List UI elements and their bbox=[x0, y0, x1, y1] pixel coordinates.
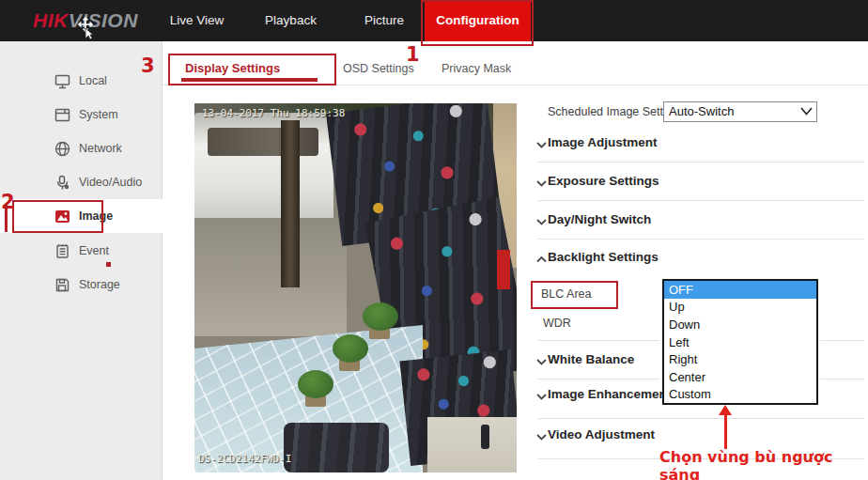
section-label: Day/Night Switch bbox=[548, 212, 651, 226]
osd-timestamp: 13-04-2017 Thu 18:59:38 bbox=[202, 107, 345, 119]
chevron-down-icon bbox=[536, 142, 547, 148]
walkway-shape bbox=[427, 417, 517, 472]
annotation-step-3: 3 bbox=[141, 54, 155, 77]
hikvision-config-page: HIKVISION Live View Playback Picture Con… bbox=[0, 0, 868, 480]
van-window-shape bbox=[208, 128, 318, 156]
microphone-icon bbox=[54, 175, 70, 191]
section-video-adjustment[interactable]: Video Adjustment bbox=[536, 427, 846, 446]
sidebar-item-label: Storage bbox=[79, 268, 120, 302]
nav-picture[interactable]: Picture bbox=[355, 0, 413, 41]
dropdown-option-down[interactable]: Down bbox=[664, 316, 816, 333]
blc-area-dropdown-list: OFF Up Down Left Right Center Custom bbox=[662, 279, 818, 405]
sidebar-item-system[interactable]: System bbox=[0, 98, 163, 132]
sidebar-item-label: Video/Audio bbox=[79, 165, 142, 199]
system-window-icon bbox=[54, 107, 70, 123]
section-label: Video Adjustment bbox=[548, 427, 655, 441]
tab-privacy-mask[interactable]: Privacy Mask bbox=[442, 55, 511, 82]
sidebar-item-storage[interactable]: Storage bbox=[0, 268, 163, 302]
chevron-down-icon bbox=[800, 107, 813, 116]
divider bbox=[537, 340, 659, 341]
section-label: Image Enhancement bbox=[548, 387, 671, 401]
wdr-label: WDR bbox=[543, 317, 571, 330]
event-icon bbox=[54, 243, 70, 259]
section-exposure-settings[interactable]: Exposure Settings bbox=[536, 174, 846, 193]
chevron-down-icon bbox=[536, 180, 547, 187]
section-label: Exposure Settings bbox=[548, 174, 659, 188]
chevron-up-icon bbox=[536, 256, 547, 263]
pavement-shape bbox=[194, 218, 347, 336]
divider bbox=[537, 418, 864, 419]
logo-hik: HIK bbox=[33, 9, 69, 31]
sidebar-item-video-audio[interactable]: Video/Audio bbox=[0, 165, 163, 199]
sidebar-item-label: Image bbox=[79, 199, 113, 233]
dropdown-option-center[interactable]: Center bbox=[664, 368, 816, 386]
osd-camera-id: DS-2CD2142FWD-I bbox=[198, 453, 291, 465]
scheduled-select-value: Auto-Switch bbox=[669, 104, 734, 118]
sidebar-item-network[interactable]: Network bbox=[0, 132, 163, 165]
dropdown-option-left[interactable]: Left bbox=[664, 333, 816, 351]
storage-icon bbox=[54, 277, 70, 293]
top-navbar: HIKVISION Live View Playback Picture Con… bbox=[0, 0, 868, 41]
pedestrian-shape bbox=[481, 425, 489, 449]
nav-playback[interactable]: Playback bbox=[256, 0, 326, 41]
tab-active-underline bbox=[181, 78, 318, 82]
section-day-night-switch[interactable]: Day/Night Switch bbox=[536, 212, 846, 231]
tabbar-divider bbox=[163, 85, 868, 85]
section-label: Image Adjustment bbox=[548, 135, 658, 149]
dropdown-option-right[interactable]: Right bbox=[664, 350, 816, 368]
annotation-note: Chọn vùng bù ngược sáng bbox=[659, 448, 838, 480]
sidebar-item-label: Local bbox=[79, 64, 107, 98]
sidebar-item-local[interactable]: Local bbox=[0, 64, 163, 98]
section-backlight-settings[interactable]: Backlight Settings bbox=[536, 250, 846, 269]
section-image-adjustment[interactable]: Image Adjustment bbox=[536, 135, 846, 154]
annotation-step-2: 2 bbox=[1, 191, 15, 213]
globe-icon bbox=[54, 141, 70, 157]
nav-configuration[interactable]: Configuration bbox=[425, 0, 531, 41]
dropdown-option-up[interactable]: Up bbox=[664, 299, 816, 317]
chevron-down-icon bbox=[536, 219, 547, 225]
image-icon bbox=[54, 209, 70, 225]
sidebar-item-label: System bbox=[79, 98, 118, 132]
chevron-down-icon bbox=[536, 394, 547, 400]
annotation-dot bbox=[106, 262, 111, 267]
divider bbox=[537, 200, 864, 201]
section-label: White Balance bbox=[548, 352, 634, 366]
nav-live-view[interactable]: Live View bbox=[162, 0, 232, 41]
blc-area-label: BLC Area bbox=[541, 281, 592, 309]
mouse-move-cursor-icon bbox=[77, 17, 94, 39]
sidebar: Local System Network Video/Audio bbox=[0, 41, 163, 480]
chevron-down-icon bbox=[536, 359, 547, 365]
sidebar-item-label: Event bbox=[79, 234, 109, 268]
tab-osd-settings[interactable]: OSD Settings bbox=[343, 55, 414, 82]
sidebar-item-image[interactable]: Image bbox=[0, 199, 163, 233]
dropdown-option-custom[interactable]: Custom bbox=[664, 385, 816, 403]
plant-bush bbox=[333, 334, 368, 363]
divider bbox=[537, 239, 864, 240]
divider bbox=[537, 379, 659, 379]
section-label: Backlight Settings bbox=[548, 250, 659, 264]
plant-bush bbox=[363, 302, 398, 331]
monitor-icon bbox=[54, 73, 70, 89]
sidebar-item-label: Network bbox=[79, 132, 122, 165]
annotation-step-1: 1 bbox=[406, 43, 420, 66]
annotation-arrow-stem bbox=[724, 414, 727, 449]
camera-preview: 13-04-2017 Thu 18:59:38 DS-2CD2142FWD-I bbox=[194, 103, 517, 472]
divider bbox=[820, 379, 864, 379]
scooter-shape bbox=[284, 423, 389, 472]
red-sign-shape bbox=[497, 250, 510, 289]
dropdown-option-off[interactable]: OFF bbox=[664, 281, 816, 299]
annotation-tick bbox=[5, 204, 8, 232]
divider bbox=[537, 162, 864, 163]
tree-trunk-shape bbox=[281, 120, 300, 287]
scheduled-image-settings-select[interactable]: Auto-Switch bbox=[663, 101, 817, 122]
divider bbox=[820, 340, 864, 341]
plant-bush bbox=[298, 370, 333, 398]
sidebar-item-event[interactable]: Event bbox=[0, 234, 163, 268]
chevron-down-icon bbox=[536, 434, 547, 441]
